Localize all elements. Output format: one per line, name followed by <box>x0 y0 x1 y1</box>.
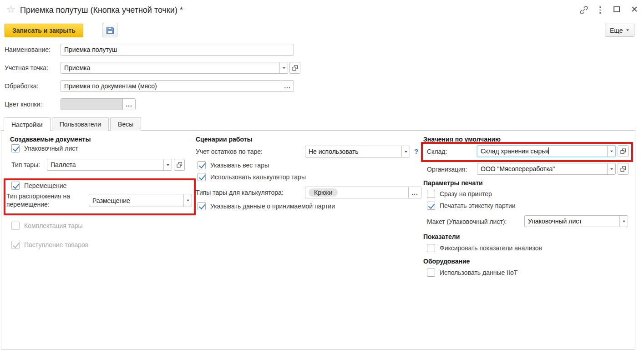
window-title: Приемка полутуш (Кнопка учетной точки) * <box>20 5 183 15</box>
container-type-input[interactable]: Паллета <box>47 159 172 171</box>
container-type-open-button[interactable] <box>174 159 185 171</box>
container-balance-dropdown-button[interactable] <box>401 146 410 157</box>
organization-dropdown-button[interactable] <box>607 163 615 174</box>
checkbox-label: Использовать данные IIoT <box>440 269 517 276</box>
equipment-section-header: Оборудование <box>423 258 470 265</box>
checkbox-box <box>198 202 206 210</box>
more-actions-label: Еще <box>610 27 623 34</box>
open-icon <box>620 166 626 172</box>
kebab-menu-icon[interactable] <box>597 5 603 15</box>
close-button[interactable]: ✕ <box>631 5 638 14</box>
favorite-star-icon[interactable]: ☆ <box>6 5 15 15</box>
processing-input[interactable]: Приемка по документам (мясо) ... <box>61 80 294 92</box>
name-input[interactable]: Приемка полутуш <box>61 44 294 56</box>
print-batch-label-checkbox[interactable]: Печатать этикетку партии <box>427 202 516 210</box>
accounting-point-open-button[interactable] <box>289 62 300 74</box>
more-actions-button[interactable]: Еще <box>605 24 634 37</box>
help-link[interactable]: ? <box>414 147 418 155</box>
warehouse-open-button[interactable] <box>618 145 629 157</box>
checkbox-label: Печатать этикетку партии <box>440 202 516 209</box>
button-color-value <box>61 99 122 110</box>
container-type-dropdown-button[interactable] <box>163 159 172 170</box>
floppy-save-icon <box>105 25 115 35</box>
warehouse-input[interactable]: Склад хранения сырья <box>477 145 616 157</box>
organization-open-button[interactable] <box>618 163 629 175</box>
checkbox-label: Фиксировать показатели анализов <box>440 244 542 252</box>
button-color-choose-button[interactable]: ... <box>122 99 135 110</box>
use-iiot-checkbox[interactable]: Использовать данные IIoT <box>427 269 517 277</box>
checkbox-box <box>427 190 435 198</box>
accounting-point-dropdown-button[interactable] <box>279 62 288 73</box>
accounting-point-label: Учетная точка: <box>5 64 61 71</box>
layout-label: Макет (Упаковочный лист): <box>427 218 507 225</box>
layout-input[interactable]: Упаковочный лист <box>524 215 628 227</box>
maximize-button[interactable] <box>614 6 620 12</box>
checkbox-label: Указывать данные о принимаемой партии <box>210 203 335 210</box>
processing-choose-button[interactable]: ... <box>281 81 294 91</box>
checkbox-box <box>11 144 20 152</box>
accounting-point-input[interactable]: Приемка <box>61 62 288 74</box>
specify-tare-weight-checkbox[interactable]: Указывать вес тары <box>198 161 269 169</box>
layout-value: Упаковочный лист <box>525 218 619 225</box>
save-button[interactable] <box>102 23 117 37</box>
container-type-label: Тип тары: <box>11 161 47 168</box>
container-balance-label: Учет остатков по таре: <box>196 148 263 155</box>
container-balance-input[interactable]: Не использовать <box>305 146 410 157</box>
layout-dropdown-button[interactable] <box>619 216 628 227</box>
movement-order-type-dropdown-button[interactable] <box>183 194 192 207</box>
button-color-label: Цвет кнопки: <box>5 101 61 108</box>
use-tare-calculator-checkbox[interactable]: Использовать калькулятор тары <box>198 173 306 181</box>
container-type-value: Паллета <box>47 161 163 168</box>
get-link-button[interactable] <box>579 5 589 15</box>
movement-order-type-value: Размещение <box>89 197 183 204</box>
form-window: ☆ Приемка полутуш (Кнопка учетной точки)… <box>0 0 644 355</box>
checkbox-box <box>198 161 206 169</box>
tab-scales[interactable]: Весы <box>110 117 141 131</box>
fix-indicators-checkbox[interactable]: Фиксировать показатели анализов <box>427 244 542 252</box>
organization-value: ООО "Мясопереработка" <box>477 165 607 172</box>
movement-order-type-label: Тип распоряжения на перемещение: <box>6 192 88 208</box>
warehouse-dropdown-button[interactable] <box>607 146 615 157</box>
checkbox-label: Комплектация тары <box>24 222 83 229</box>
movement-order-type-input[interactable]: Размещение <box>89 194 192 207</box>
checkbox-label: Упаковочный лист <box>24 145 78 152</box>
processing-label: Обработка: <box>5 82 61 90</box>
checkbox-label: Использовать калькулятор тары <box>210 173 306 181</box>
button-color-input[interactable]: ... <box>61 98 136 110</box>
tab-users[interactable]: Пользователи <box>52 117 109 131</box>
container-assembly-checkbox: Комплектация тары <box>11 222 83 230</box>
tab-settings[interactable]: Настройки <box>4 117 51 131</box>
checkbox-box <box>198 173 206 181</box>
documents-section-header: Создаваемые документы <box>10 136 91 143</box>
open-icon <box>177 162 183 168</box>
calculator-tare-types-input[interactable]: Крюки ... <box>305 187 421 198</box>
scenarios-section-header: Сценарии работы <box>196 136 252 143</box>
checkbox-box <box>427 244 435 252</box>
tab-strip: Настройки Пользователи Весы <box>4 117 142 131</box>
warehouse-label: Склад: <box>427 148 447 155</box>
checkbox-box <box>11 222 20 230</box>
movement-checkbox[interactable]: Перемещение <box>11 182 66 190</box>
name-label: Наименование: <box>5 46 61 53</box>
open-icon <box>620 148 626 154</box>
specify-batch-data-checkbox[interactable]: Указывать данные о принимаемой партии <box>198 202 335 210</box>
container-balance-value: Не использовать <box>305 148 401 155</box>
warehouse-value: Склад хранения сырья <box>477 147 607 155</box>
save-and-close-button[interactable]: Записать и закрыть <box>5 24 83 37</box>
indicators-section-header: Показатели <box>423 233 460 240</box>
checkbox-label: Перемещение <box>24 182 66 189</box>
maximize-icon <box>614 6 620 12</box>
goods-receipt-checkbox: Поступление товаров <box>11 241 88 249</box>
checkbox-box <box>427 202 435 210</box>
checkbox-box <box>427 269 435 277</box>
checkbox-label: Поступление товаров <box>24 241 88 248</box>
calculator-tare-types-choose-button[interactable]: ... <box>408 187 421 198</box>
organization-input[interactable]: ООО "Мясопереработка" <box>477 163 616 175</box>
print-immediately-checkbox[interactable]: Сразу на принтер <box>427 190 492 198</box>
packing-list-checkbox[interactable]: Упаковочный лист <box>11 144 78 152</box>
checkbox-label: Сразу на принтер <box>440 190 492 198</box>
open-icon <box>292 65 298 71</box>
chevron-down-icon <box>626 30 629 31</box>
calculator-tare-types-label: Типы тары для калькулятора: <box>196 189 284 196</box>
calculator-tare-types-value: Крюки <box>305 189 408 196</box>
